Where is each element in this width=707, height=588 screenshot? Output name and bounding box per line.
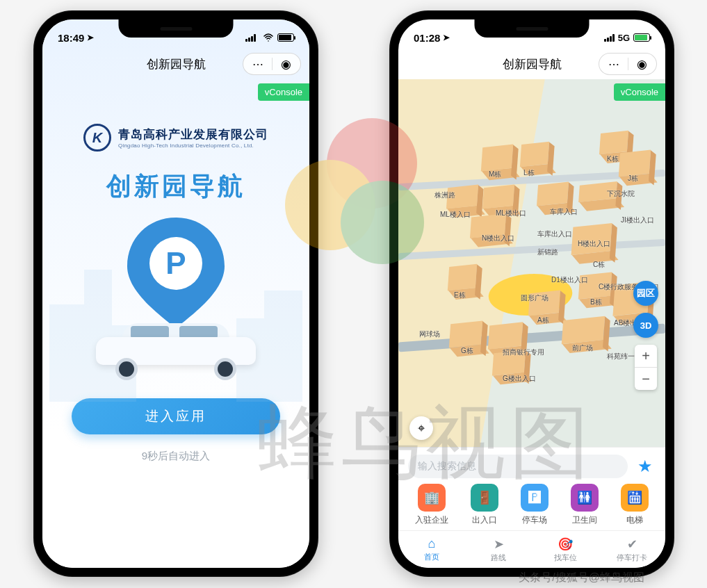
zoom-out-button[interactable]: −	[635, 368, 657, 390]
map-label[interactable]: C栋	[593, 260, 605, 270]
page-title: 创新园导航	[503, 56, 562, 72]
map-label[interactable]: K栋	[607, 154, 619, 164]
map-label[interactable]: B栋	[590, 297, 602, 307]
tab-0[interactable]: ⌂首页	[398, 531, 465, 568]
map-label[interactable]: 圆形广场	[521, 293, 548, 303]
company-brand: K 青岛高科产业发展有限公司 Qingdao High-Tech Industr…	[83, 124, 268, 152]
phone-left: 18:49 ➤ 创新园导航 ⋯ ◉ vConsole	[33, 10, 318, 577]
view-3d-button[interactable]: 3D	[633, 313, 658, 338]
tab-1[interactable]: ➤路线	[465, 531, 532, 568]
capsule-more-icon[interactable]: ⋯	[244, 58, 272, 71]
notch	[119, 19, 234, 38]
splash-title: 创新园导航	[106, 170, 245, 204]
map-label[interactable]: A栋	[537, 316, 549, 325]
map-controls: 园区 3D + −	[633, 281, 658, 390]
building-block[interactable]	[599, 131, 628, 154]
location-arrow-icon: ➤	[87, 33, 94, 42]
capsule-close-icon[interactable]: ◉	[273, 57, 300, 72]
map-label[interactable]: ML楼出口	[496, 209, 526, 218]
building-block[interactable]	[537, 182, 569, 206]
building-block[interactable]	[449, 320, 482, 348]
tab-label: 首页	[424, 552, 439, 562]
map-label[interactable]: 株洲路	[434, 190, 455, 200]
vconsole-button[interactable]: vConsole	[614, 83, 665, 101]
vconsole-button[interactable]: vConsole	[258, 83, 309, 101]
map-label[interactable]: 招商银行专用	[503, 348, 544, 357]
building-block[interactable]	[481, 145, 513, 172]
category-label: 出入口	[472, 514, 497, 526]
category-0[interactable]: 🏢入驻企业	[415, 484, 448, 526]
tab-3[interactable]: ✔停车打卡	[599, 531, 665, 568]
building-block[interactable]	[562, 316, 605, 345]
category-icon: 🚻	[571, 484, 599, 512]
tab-label: 找车位	[554, 553, 577, 563]
company-name-cn: 青岛高科产业发展有限公司	[118, 126, 268, 142]
splash-screen: K 青岛高科产业发展有限公司 Qingdao High-Tech Industr…	[42, 19, 309, 568]
favorites-button[interactable]: ★	[635, 456, 656, 477]
search-placeholder: 输入搜索信息	[418, 460, 476, 473]
tab-icon: ⌂	[428, 537, 436, 551]
map-label[interactable]: 车库出入口	[537, 229, 572, 239]
map-label[interactable]: D1楼出入口	[551, 275, 588, 285]
map-label[interactable]: 车库入口	[550, 207, 578, 217]
zoom-in-button[interactable]: +	[635, 345, 657, 367]
miniprogram-header: 创新园导航 ⋯ ◉	[398, 49, 665, 79]
battery-charging-icon	[633, 33, 650, 42]
miniprogram-header: 创新园导航 ⋯ ◉	[42, 49, 309, 79]
building-block[interactable]	[448, 264, 477, 291]
category-label: 停车场	[522, 514, 547, 526]
area-toggle-button[interactable]: 园区	[633, 281, 658, 306]
map-label[interactable]: 下沉水院	[607, 189, 635, 199]
tab-2[interactable]: 🎯找车位	[532, 531, 599, 568]
map-label[interactable]: JI楼出入口	[621, 215, 654, 225]
category-4[interactable]: 🛗电梯	[621, 484, 649, 526]
map-label[interactable]: N楼出入口	[482, 234, 514, 243]
search-input[interactable]: 输入搜索信息	[408, 455, 628, 478]
map-label[interactable]: G栋	[461, 346, 473, 356]
map-label[interactable]: E栋	[454, 291, 466, 300]
category-3[interactable]: 🚻卫生间	[571, 484, 599, 526]
tab-bar: ⌂首页➤路线🎯找车位✔停车打卡	[398, 530, 665, 568]
car-icon	[96, 322, 256, 377]
category-label: 电梯	[626, 514, 643, 526]
map-label[interactable]: G楼出入口	[503, 374, 536, 384]
capsule-menu[interactable]: ⋯ ◉	[243, 53, 301, 75]
countdown-text: 9秒后自动进入	[142, 450, 210, 463]
enter-app-button[interactable]: 进入应用	[72, 398, 280, 434]
tab-label: 停车打卡	[617, 553, 647, 563]
building-block[interactable]	[488, 322, 523, 349]
category-icon: 🏢	[418, 484, 446, 512]
status-time: 01:28	[414, 32, 440, 44]
map-label[interactable]: 网球场	[419, 329, 440, 339]
phone-right: 01:28 ➤ 5G 创新园导航 ⋯ ◉ vConsole	[389, 10, 674, 577]
company-logo-icon: K	[83, 124, 111, 152]
company-name-en: Qingdao High-Tech Industrial Development…	[118, 142, 268, 149]
map-label[interactable]: ML楼入口	[440, 210, 471, 220]
bottom-credit: 头条号/搜狐号@蜂鸟视图	[519, 571, 644, 585]
battery-icon	[277, 33, 294, 42]
bottom-panel: 输入搜索信息 ★ 🏢入驻企业🚪出入口🅿停车场🚻卫生间🛗电梯	[398, 447, 665, 530]
category-1[interactable]: 🚪出入口	[471, 484, 498, 526]
map-label[interactable]: M栋	[489, 170, 501, 179]
building-block[interactable]	[619, 150, 651, 177]
tab-icon: ➤	[494, 537, 504, 552]
map-label[interactable]: 前广场	[572, 343, 593, 353]
pin-letter: P	[149, 237, 202, 290]
category-icon: 🅿	[521, 484, 548, 512]
capsule-close-icon[interactable]: ◉	[628, 57, 656, 72]
signal-icon	[245, 34, 256, 42]
map-label[interactable]: H楼出入口	[578, 239, 610, 249]
map-label[interactable]: J栋	[628, 174, 638, 183]
building-block[interactable]	[482, 185, 514, 209]
tab-icon: ✔	[627, 537, 637, 552]
map-canvas[interactable]: 株洲路M栋L栋K栋J栋下沉水院ML楼入口ML楼出口车库入口JI楼出入口N楼出入口…	[398, 79, 665, 450]
map-label[interactable]: 新锦路	[537, 247, 558, 257]
locate-me-button[interactable]: ⌖	[409, 416, 433, 440]
building-block[interactable]	[520, 142, 549, 167]
capsule-more-icon[interactable]: ⋯	[600, 58, 628, 71]
category-2[interactable]: 🅿停车场	[521, 484, 548, 526]
map-label[interactable]: L栋	[523, 168, 535, 178]
category-icon: 🛗	[621, 484, 649, 512]
capsule-menu[interactable]: ⋯ ◉	[599, 53, 657, 75]
category-label: 卫生间	[572, 514, 597, 526]
